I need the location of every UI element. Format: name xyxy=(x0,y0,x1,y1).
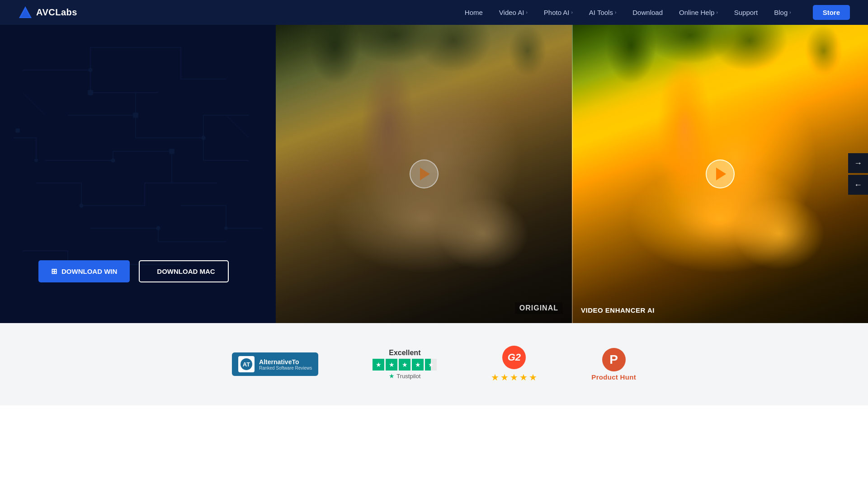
svg-text:AT: AT xyxy=(243,361,250,368)
trustpilot-logo: ★ Trustpilot xyxy=(389,372,420,380)
trustpilot-star-5: ★ xyxy=(425,359,437,371)
chevron-down-icon: › xyxy=(789,10,791,15)
enhancer-label: VIDEO ENHANCER AI xyxy=(581,306,655,314)
hero-image-area: ORIGINAL VIDEO ENHANCER AI → ← xyxy=(276,25,868,323)
nav-home[interactable]: Home xyxy=(457,0,491,25)
trustpilot-rating: Excellent xyxy=(389,349,420,357)
svg-rect-10 xyxy=(170,149,174,154)
svg-point-12 xyxy=(225,227,227,230)
trustpilot-logo-star: ★ xyxy=(389,372,395,380)
g2-star-2: ★ xyxy=(500,372,509,383)
producthunt-logo-icon: P xyxy=(602,348,626,371)
download-mac-button[interactable]: DOWNLOAD MAC xyxy=(139,260,228,282)
image-comparison: ORIGINAL VIDEO ENHANCER AI xyxy=(276,25,868,323)
trustpilot-star-2: ★ xyxy=(386,359,397,371)
logo[interactable]: AVCLabs xyxy=(18,5,77,20)
g2-stars: ★ ★ ★ ★ ★ xyxy=(491,372,537,383)
trustpilot-star-1: ★ xyxy=(373,359,384,371)
hero-section: ⊞ DOWNLOAD WIN DOWNLOAD MAC ORIGINAL VID… xyxy=(0,25,868,323)
svg-point-11 xyxy=(35,159,38,162)
chevron-down-icon: › xyxy=(571,10,573,15)
enhanced-image-panel: VIDEO ENHANCER AI xyxy=(572,25,868,323)
next-arrow-button[interactable]: → xyxy=(848,153,868,173)
nav-ai-tools[interactable]: AI Tools › xyxy=(581,0,624,25)
nav-download[interactable]: Download xyxy=(624,0,671,25)
svg-point-4 xyxy=(202,136,205,140)
logo-text: AVCLabs xyxy=(36,7,77,18)
producthunt-label: Product Hunt xyxy=(591,373,636,381)
alternativeto-badge[interactable]: AT AlternativeTo Ranked Software Reviews xyxy=(232,352,318,376)
svg-point-5 xyxy=(111,159,115,162)
hero-buttons: ⊞ DOWNLOAD WIN DOWNLOAD MAC xyxy=(38,260,276,282)
g2-star-5: ★ xyxy=(529,372,537,383)
nav-links: Home Video AI › Photo AI › AI Tools › Do… xyxy=(457,0,799,25)
nav-blog[interactable]: Blog › xyxy=(766,0,799,25)
svg-rect-9 xyxy=(133,113,138,117)
nav-photo-ai[interactable]: Photo AI › xyxy=(536,0,581,25)
nav-support[interactable]: Support xyxy=(726,0,766,25)
svg-point-2 xyxy=(89,68,92,72)
image-nav-arrows: → ← xyxy=(848,153,868,195)
play-button-enhanced[interactable] xyxy=(706,160,735,188)
prev-arrow-button[interactable]: ← xyxy=(848,175,868,195)
nav-online-help[interactable]: Online Help › xyxy=(671,0,726,25)
navbar: AVCLabs Home Video AI › Photo AI › AI To… xyxy=(0,0,868,25)
producthunt-badge[interactable]: P Product Hunt xyxy=(591,348,636,381)
original-image-panel: ORIGINAL xyxy=(276,25,572,323)
avcLabs-logo-icon xyxy=(18,5,33,20)
play-button-original[interactable] xyxy=(410,160,439,188)
alternativeto-label: AlternativeTo xyxy=(259,358,312,366)
alternativeto-icon: AT xyxy=(238,356,255,372)
hero-left-panel: ⊞ DOWNLOAD WIN DOWNLOAD MAC xyxy=(0,25,276,323)
download-win-button[interactable]: ⊞ DOWNLOAD WIN xyxy=(38,260,130,282)
g2-star-1: ★ xyxy=(491,372,499,383)
alternativeto-logo-svg: AT xyxy=(240,358,253,371)
g2-badge[interactable]: G2 ★ ★ ★ ★ ★ xyxy=(491,346,537,383)
svg-rect-8 xyxy=(88,90,93,95)
chevron-down-icon: › xyxy=(615,10,616,15)
g2-star-3: ★ xyxy=(510,372,518,383)
nav-video-ai[interactable]: Video AI › xyxy=(491,0,536,25)
badges-section: AT AlternativeTo Ranked Software Reviews… xyxy=(0,323,868,405)
alternativeto-text-block: AlternativeTo Ranked Software Reviews xyxy=(259,358,312,371)
trustpilot-star-4: ★ xyxy=(412,359,424,371)
trustpilot-badge[interactable]: Excellent ★ ★ ★ ★ ★ ★ Trustpilot xyxy=(373,349,437,380)
g2-logo-icon: G2 xyxy=(502,346,526,369)
trustpilot-stars: ★ ★ ★ ★ ★ xyxy=(373,359,437,371)
chevron-down-icon: › xyxy=(526,10,527,15)
svg-point-6 xyxy=(80,204,83,207)
original-label: ORIGINAL xyxy=(515,302,563,314)
windows-icon: ⊞ xyxy=(51,267,57,276)
svg-point-7 xyxy=(156,226,160,230)
store-button[interactable]: Store xyxy=(813,5,850,20)
alternativeto-sublabel: Ranked Software Reviews xyxy=(259,366,312,371)
trustpilot-star-3: ★ xyxy=(399,359,410,371)
chevron-down-icon: › xyxy=(716,10,717,15)
g2-star-4: ★ xyxy=(519,372,528,383)
svg-rect-13 xyxy=(16,129,19,132)
image-divider xyxy=(572,25,573,323)
